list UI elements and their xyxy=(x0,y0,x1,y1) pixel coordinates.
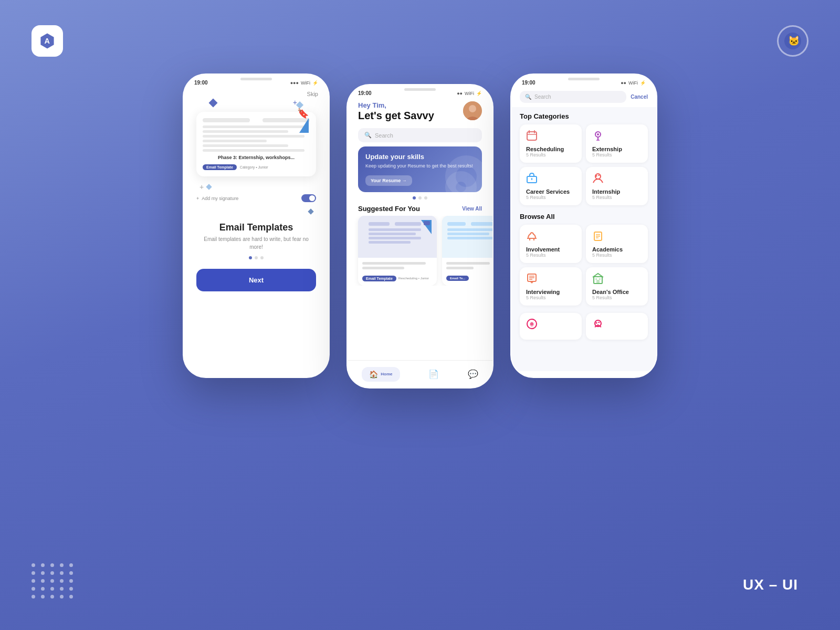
browse-all-title: Browse All xyxy=(520,213,648,220)
category-internship[interactable]: Internship 5 Results xyxy=(586,167,648,205)
svg-point-30 xyxy=(596,175,597,177)
card-thumb-1 xyxy=(358,216,437,258)
slide-dot-1 xyxy=(413,196,416,200)
svg-text:A: A xyxy=(45,37,50,45)
phone3-time: 19:00 xyxy=(522,80,536,86)
phone2-status-icons: ●● WiFi ⚡ xyxy=(457,91,482,96)
internship-count: 5 Results xyxy=(592,195,642,200)
dot-2 xyxy=(255,256,258,259)
category-externship[interactable]: Externship 5 Results xyxy=(586,124,648,163)
svg-rect-13 xyxy=(424,221,430,225)
involvement-icon xyxy=(526,230,575,244)
chat-nav-button[interactable]: 💬 xyxy=(468,369,478,379)
category-involvement[interactable]: Involvement 5 Results xyxy=(520,225,582,263)
svg-rect-17 xyxy=(447,228,492,231)
externship-name: Externship xyxy=(592,146,642,152)
svg-rect-18 xyxy=(447,233,489,235)
svg-point-44 xyxy=(530,322,533,326)
category-extra-1[interactable] xyxy=(520,313,582,340)
next-button[interactable]: Next xyxy=(196,269,316,291)
category-deans-office[interactable]: Dean's Office 5 Results xyxy=(586,267,648,306)
search-text: Search xyxy=(534,94,551,100)
svg-rect-8 xyxy=(369,228,421,231)
home-nav-button[interactable]: 🏠 Home xyxy=(362,367,400,382)
browse-all-section: Browse All Involvement 5 Result xyxy=(511,207,656,308)
battery-icon: ⚡ xyxy=(476,91,482,96)
user-avatar xyxy=(463,101,482,120)
svg-rect-40 xyxy=(596,280,600,284)
deans-office-icon xyxy=(592,272,642,287)
category-extra-2[interactable] xyxy=(586,313,648,340)
internship-icon xyxy=(592,172,642,186)
rescheduling-icon xyxy=(526,130,575,144)
search-input-bar[interactable]: 🔍 Search xyxy=(520,91,626,103)
chat-icon: 💬 xyxy=(468,369,478,379)
interviewing-name: Interviewing xyxy=(526,289,575,295)
svg-point-46 xyxy=(596,322,597,324)
rescheduling-name: Rescheduling xyxy=(526,146,575,152)
career-services-name: Career Services xyxy=(526,188,575,195)
battery-icon: ⚡ xyxy=(312,80,318,86)
svg-rect-6 xyxy=(369,222,390,226)
creator-logo: 🐱 xyxy=(777,25,808,57)
signal-icon: ●● xyxy=(457,91,463,96)
suggested-card-2[interactable]: Email Te... xyxy=(442,216,492,286)
category-rescheduling[interactable]: Rescheduling 5 Results xyxy=(520,124,582,163)
academics-name: Academics xyxy=(592,246,642,253)
card1-meta: Rescheduling • Junior xyxy=(398,277,429,280)
files-nav-button[interactable]: 📄 xyxy=(428,369,439,379)
category-tag: Category • Junior xyxy=(240,165,268,169)
academics-icon xyxy=(592,230,642,244)
slide-dot-2 xyxy=(418,196,422,200)
top-categories-grid: Rescheduling 5 Results Extern xyxy=(520,124,648,205)
decoration-dots xyxy=(32,563,75,598)
phone3-content: 🔍 Search Cancel Top Categories xyxy=(511,88,656,371)
signal-icon: ●●● xyxy=(290,80,299,86)
phones-container: 19:00 ●●● WiFi ⚡ Skip + 🔖 xyxy=(183,74,657,388)
extra2-icon xyxy=(592,318,642,332)
deans-office-name: Dean's Office xyxy=(592,289,642,295)
slide-dot-3 xyxy=(424,196,427,200)
svg-rect-10 xyxy=(369,237,421,239)
skip-button[interactable]: Skip xyxy=(184,88,329,97)
top-categories-section: Top Categories Rescheduling 5 R xyxy=(511,107,656,207)
category-interviewing[interactable]: Interviewing 5 Results xyxy=(520,267,582,306)
card1-tag: Email Template xyxy=(362,276,396,281)
extra1-icon xyxy=(526,318,575,332)
phone3-notch xyxy=(568,78,600,80)
involvement-count: 5 Results xyxy=(526,253,575,258)
bookmark-icon: 🔖 xyxy=(297,108,309,119)
phone-notch xyxy=(240,78,272,80)
top-categories-title: Top Categories xyxy=(520,112,648,120)
phone1-status-bar: 19:00 ●●● WiFi ⚡ xyxy=(184,75,329,88)
academics-count: 5 Results xyxy=(592,253,642,258)
category-career-services[interactable]: Career Services 5 Results xyxy=(520,167,582,205)
signature-toggle[interactable] xyxy=(301,194,316,202)
view-all-button[interactable]: View All xyxy=(462,206,482,212)
category-academics[interactable]: Academics 5 Results xyxy=(586,225,648,263)
update-skills-card: Update your skills Keep updating your Re… xyxy=(358,146,482,192)
wifi-icon: WiFi xyxy=(628,80,638,86)
card2-tags: Email Te... xyxy=(442,276,492,285)
search-bar[interactable]: 🔍 Search xyxy=(358,128,482,142)
greeting-section: Hey Tim, Let's get Savvy xyxy=(348,98,492,124)
phone-3-categories: 19:00 ●● WiFi ⚡ 🔍 Search Cancel Top Cate… xyxy=(510,74,657,378)
search-row: 🔍 Search Cancel xyxy=(511,88,656,107)
update-resume-button[interactable]: Your Resume → xyxy=(365,175,412,186)
search-icon: 🔍 xyxy=(525,94,531,100)
svg-rect-19 xyxy=(447,237,492,239)
add-signature-button[interactable]: + Add my signature xyxy=(196,196,238,201)
home-icon: 🏠 xyxy=(369,370,378,379)
app-logo: A xyxy=(32,25,63,57)
phone-1-email-templates: 19:00 ●●● WiFi ⚡ Skip + 🔖 xyxy=(183,74,330,378)
dot-3 xyxy=(260,256,264,259)
suggested-section-header: Suggested For You View All xyxy=(348,202,492,216)
cancel-button[interactable]: Cancel xyxy=(631,94,648,100)
suggested-card-1[interactable]: Email Template Rescheduling • Junior xyxy=(358,216,437,286)
svg-rect-9 xyxy=(369,233,416,235)
more-categories-grid xyxy=(520,313,648,340)
phone1-title: Email Templates xyxy=(196,222,316,233)
add-signature-label: Add my signature xyxy=(202,196,238,201)
home-nav-label: Home xyxy=(381,372,392,376)
svg-rect-7 xyxy=(395,222,421,226)
